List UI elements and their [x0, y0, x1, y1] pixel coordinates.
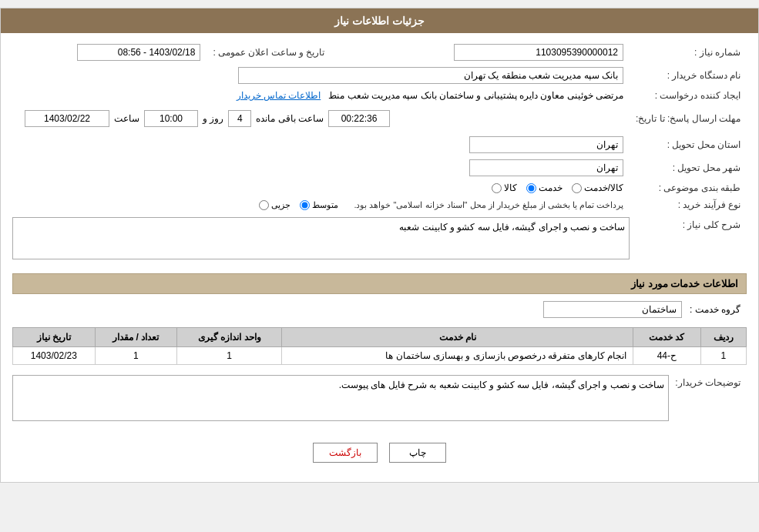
service-table: ردیف کد خدمت نام خدمت واحد اندازه گیری ت…	[12, 327, 747, 365]
time-box: 10:00	[144, 110, 198, 127]
remaining-time-box: 00:22:36	[328, 110, 390, 127]
service-group-box: ساختمان	[543, 301, 682, 318]
requester-org-box: بانک سپه مدیریت شعب منطقه یک تهران	[238, 67, 623, 84]
row-quantity: 1	[95, 347, 176, 365]
radio-motavaset[interactable]: متوسط	[300, 200, 338, 210]
row-unit: 1	[177, 347, 282, 365]
process-row: پرداخت تمام یا بخشی از مبلغ خریدار از مح…	[18, 200, 623, 210]
radio-motavaset-label: متوسط	[312, 200, 338, 210]
process-options: پرداخت تمام یا بخشی از مبلغ خریدار از مح…	[12, 196, 630, 213]
row-date: 1403/02/23	[13, 347, 96, 365]
buyer-notes-textarea[interactable]	[12, 375, 669, 421]
col-unit: واحد اندازه گیری	[177, 328, 282, 347]
radio-kala-khedmat-label: کالا/خدمت	[584, 182, 623, 193]
need-number-label: شماره نیاز :	[630, 41, 747, 64]
need-number-value: 1103095390000012	[368, 41, 630, 64]
city-box: تهران	[469, 159, 623, 176]
buyer-notes-value	[12, 371, 669, 427]
radio-jozi-label: جزیی	[271, 200, 291, 210]
city-label: شهر محل تحویل :	[630, 156, 747, 179]
process-note: پرداخت تمام یا بخشی از مبلغ خریدار از مح…	[354, 200, 623, 210]
page-wrapper: جزئیات اطلاعات نیاز شماره نیاز : 1103095…	[0, 8, 759, 483]
radio-motavaset-input[interactable]	[300, 200, 310, 210]
col-row: ردیف	[700, 328, 746, 347]
time-label: ساعت	[114, 113, 139, 124]
main-info-table: شماره نیاز : 1103095390000012 تاریخ و سا…	[12, 41, 747, 266]
radio-kala[interactable]: کالا	[492, 182, 517, 193]
days-box: 4	[228, 110, 251, 127]
print-button[interactable]: چاپ	[389, 443, 446, 463]
radio-kala-label: کالا	[504, 182, 517, 193]
bottom-buttons: چاپ بازگشت	[12, 431, 747, 474]
col-name: نام خدمت	[282, 328, 633, 347]
process-label: نوع فرآیند خرید :	[630, 196, 747, 213]
service-group-label: گروه خدمت :	[690, 304, 741, 315]
col-code: کد خدمت	[633, 328, 701, 347]
province-box: تهران	[469, 136, 623, 153]
table-row: 1 ح-44 انجام کارهای متفرقه درخصوص بازساز…	[13, 347, 747, 365]
need-summary-label: شرح کلی نیاز :	[630, 213, 747, 266]
remaining-label: ساعت باقی مانده	[256, 113, 324, 124]
page-title: جزئیات اطلاعات نیاز	[1, 8, 758, 33]
radio-khedmat-label: خدمت	[539, 182, 563, 193]
need-number-box: 1103095390000012	[454, 44, 623, 61]
need-summary-value	[12, 213, 630, 266]
deadline-label: مهلت ارسال پاسخ: تا تاریخ:	[630, 104, 747, 133]
creator-label: ایجاد کننده درخواست :	[630, 87, 747, 104]
requester-org-label: نام دستگاه خریدار :	[630, 64, 747, 87]
city-value: تهران	[12, 156, 630, 179]
category-label: طبقه بندی موضوعی :	[630, 179, 747, 196]
announcement-box: 1403/02/18 - 08:56	[77, 44, 200, 61]
row-index: 1	[700, 347, 746, 365]
deadline-row-cell: 00:22:36 ساعت باقی مانده 4 روز و 10:00 س…	[12, 104, 630, 133]
buyer-notes-label: توضیحات خریدار:	[669, 371, 747, 427]
process-radio-group: متوسط جزیی	[259, 200, 338, 210]
back-button[interactable]: بازگشت	[313, 443, 378, 463]
category-radio-group: کالا/خدمت خدمت کالا	[18, 182, 623, 193]
content-area: شماره نیاز : 1103095390000012 تاریخ و سا…	[1, 33, 758, 482]
radio-kala-khedmat[interactable]: کالا/خدمت	[572, 182, 623, 193]
radio-kala-khedmat-input[interactable]	[572, 183, 582, 193]
row-code: ح-44	[633, 347, 701, 365]
creator-contact-link[interactable]: اطلاعات تماس خریدار	[237, 90, 321, 101]
need-summary-textarea[interactable]	[12, 217, 630, 259]
days-label: روز و	[203, 113, 223, 124]
radio-khedmat[interactable]: خدمت	[526, 182, 563, 193]
services-section-header: اطلاعات خدمات مورد نیاز	[12, 273, 747, 294]
creator-value: مرتضی خوئینی معاون دایره پشتیبانی و ساخت…	[12, 87, 630, 104]
col-date: تاریخ نیاز	[13, 328, 96, 347]
deadline-date-box: 1403/02/22	[25, 110, 109, 127]
radio-jozi-input[interactable]	[259, 200, 269, 210]
radio-kala-input[interactable]	[492, 183, 502, 193]
announcement-label: تاریخ و ساعت اعلان عمومی :	[207, 41, 345, 64]
announcement-value: 1403/02/18 - 08:56	[12, 41, 207, 64]
creator-name: مرتضی خوئینی معاون دایره پشتیبانی و ساخت…	[328, 90, 623, 101]
requester-org-value: بانک سپه مدیریت شعب منطقه یک تهران	[12, 64, 630, 87]
category-options: کالا/خدمت خدمت کالا	[12, 179, 630, 196]
col-quantity: تعداد / مقدار	[95, 328, 176, 347]
row-name: انجام کارهای متفرقه درخصوص بازسازی و بهس…	[282, 347, 633, 365]
radio-khedmat-input[interactable]	[526, 183, 536, 193]
province-label: استان محل تحویل :	[630, 133, 747, 156]
radio-jozi[interactable]: جزیی	[259, 200, 291, 210]
buyer-notes-table: توضیحات خریدار:	[12, 371, 747, 427]
province-value: تهران	[12, 133, 630, 156]
service-group-row: گروه خدمت : ساختمان	[12, 298, 747, 321]
